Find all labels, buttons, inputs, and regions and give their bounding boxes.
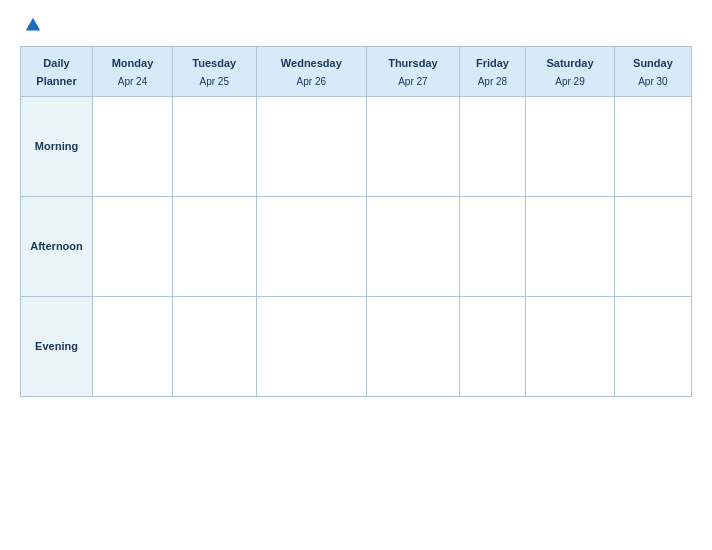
cell-afternoon-tuesday[interactable] bbox=[172, 196, 256, 296]
row-label-evening: Evening bbox=[21, 296, 93, 396]
col-header-thursday: ThursdayApr 27 bbox=[367, 47, 460, 97]
cell-morning-friday[interactable] bbox=[459, 96, 525, 196]
cell-morning-thursday[interactable] bbox=[367, 96, 460, 196]
cell-evening-thursday[interactable] bbox=[367, 296, 460, 396]
col-header-wednesday: WednesdayApr 26 bbox=[256, 47, 367, 97]
col-header-saturday: SaturdayApr 29 bbox=[526, 47, 615, 97]
cell-evening-sunday[interactable] bbox=[614, 296, 691, 396]
logo-text bbox=[20, 16, 42, 34]
first-col-header: DailyPlanner bbox=[21, 47, 93, 97]
row-evening: Evening bbox=[21, 296, 692, 396]
row-morning: Morning bbox=[21, 96, 692, 196]
logo-area bbox=[20, 16, 42, 34]
page: DailyPlanner MondayApr 24TuesdayApr 25We… bbox=[0, 0, 712, 550]
col-header-tuesday: TuesdayApr 25 bbox=[172, 47, 256, 97]
svg-marker-0 bbox=[26, 18, 40, 31]
planner-table: DailyPlanner MondayApr 24TuesdayApr 25We… bbox=[20, 46, 692, 397]
header-row: DailyPlanner MondayApr 24TuesdayApr 25We… bbox=[21, 47, 692, 97]
cell-morning-monday[interactable] bbox=[93, 96, 173, 196]
cell-evening-wednesday[interactable] bbox=[256, 296, 367, 396]
col-header-sunday: SundayApr 30 bbox=[614, 47, 691, 97]
header bbox=[20, 16, 692, 34]
cell-morning-saturday[interactable] bbox=[526, 96, 615, 196]
row-label-morning: Morning bbox=[21, 96, 93, 196]
row-label-afternoon: Afternoon bbox=[21, 196, 93, 296]
col-header-monday: MondayApr 24 bbox=[93, 47, 173, 97]
cell-evening-saturday[interactable] bbox=[526, 296, 615, 396]
cell-evening-friday[interactable] bbox=[459, 296, 525, 396]
cell-afternoon-sunday[interactable] bbox=[614, 196, 691, 296]
cell-afternoon-saturday[interactable] bbox=[526, 196, 615, 296]
cell-morning-tuesday[interactable] bbox=[172, 96, 256, 196]
cell-evening-monday[interactable] bbox=[93, 296, 173, 396]
cell-afternoon-monday[interactable] bbox=[93, 196, 173, 296]
cell-afternoon-thursday[interactable] bbox=[367, 196, 460, 296]
col-header-friday: FridayApr 28 bbox=[459, 47, 525, 97]
leaf-icon bbox=[24, 16, 42, 34]
first-col-label: DailyPlanner bbox=[36, 57, 76, 87]
cell-afternoon-wednesday[interactable] bbox=[256, 196, 367, 296]
cell-morning-wednesday[interactable] bbox=[256, 96, 367, 196]
cell-afternoon-friday[interactable] bbox=[459, 196, 525, 296]
cell-evening-tuesday[interactable] bbox=[172, 296, 256, 396]
row-afternoon: Afternoon bbox=[21, 196, 692, 296]
cell-morning-sunday[interactable] bbox=[614, 96, 691, 196]
